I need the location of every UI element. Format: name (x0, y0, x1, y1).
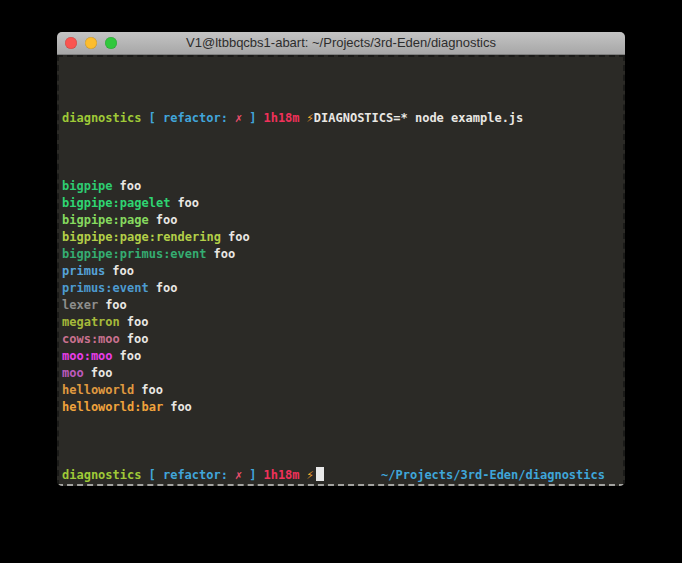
log-message: foo (127, 332, 149, 346)
window-title: V1@ltbbqcbs1-abart: ~/Projects/3rd-Eden/… (186, 32, 496, 54)
log-line: megatronfoo (62, 314, 619, 331)
cwd-path: ~/Projects/3rd-Eden/diagnostics (381, 467, 605, 484)
log-message: foo (105, 298, 127, 312)
prompt-app-name: diagnostics (62, 111, 141, 125)
log-line: lexerfoo (62, 297, 619, 314)
prompt-app-name: diagnostics (62, 468, 141, 482)
log-namespace: cows:moo (62, 332, 120, 346)
log-message: foo (120, 179, 142, 193)
current-prompt-line: diagnostics[ refactor:✗]1h18m⚡ ~/Project… (62, 467, 619, 484)
log-message: foo (177, 196, 199, 210)
log-namespace: lexer (62, 298, 98, 312)
log-namespace: primus (62, 264, 105, 278)
bolt-icon: ⚡ (307, 468, 314, 482)
prompt-vcs-close: ] (249, 468, 256, 482)
prompt-duration: 1h18m (263, 468, 299, 482)
log-namespace: moo:moo (62, 349, 113, 363)
log-line: helloworld:barfoo (62, 399, 619, 416)
log-message: foo (120, 349, 142, 363)
log-message: foo (228, 230, 250, 244)
log-message: foo (141, 383, 163, 397)
prompt-duration: 1h18m (263, 111, 299, 125)
log-message: foo (127, 315, 149, 329)
log-message: foo (91, 366, 113, 380)
log-namespace: bigpipe:page:rendering (62, 230, 221, 244)
close-button[interactable] (65, 37, 77, 49)
titlebar[interactable]: V1@ltbbqcbs1-abart: ~/Projects/3rd-Eden/… (57, 32, 625, 55)
text-cursor (316, 467, 324, 481)
log-namespace: helloworld:bar (62, 400, 163, 414)
minimize-button[interactable] (85, 37, 97, 49)
x-icon: ✗ (235, 468, 242, 482)
log-line: bigpipe:primus:eventfoo (62, 246, 619, 263)
terminal-content[interactable]: diagnostics[ refactor:✗]1h18m⚡DIAGNOSTIC… (57, 55, 625, 486)
prompt-vcs-open: [ refactor: (148, 111, 227, 125)
traffic-lights (65, 32, 117, 54)
log-message: foo (170, 400, 192, 414)
log-message: foo (156, 213, 178, 227)
zoom-button[interactable] (105, 37, 117, 49)
log-line: bigpipefoo (62, 178, 619, 195)
bolt-icon: ⚡ (307, 111, 314, 125)
log-line: primusfoo (62, 263, 619, 280)
log-namespace: megatron (62, 315, 120, 329)
log-output: bigpipefoobigpipe:pageletfoobigpipe:page… (62, 178, 619, 416)
log-namespace: bigpipe:page (62, 213, 149, 227)
prompt-line: diagnostics[ refactor:✗]1h18m⚡DIAGNOSTIC… (62, 110, 619, 127)
log-line: bigpipe:page:renderingfoo (62, 229, 619, 246)
log-namespace: bigpipe:pagelet (62, 196, 170, 210)
command-text: DIAGNOSTICS=* node example.js (314, 111, 524, 125)
log-namespace: bigpipe:primus:event (62, 247, 207, 261)
prompt-left: diagnostics[ refactor:✗]1h18m⚡ (62, 467, 324, 484)
log-line: helloworldfoo (62, 382, 619, 399)
log-line: bigpipe:pageletfoo (62, 195, 619, 212)
log-line: moo:moofoo (62, 348, 619, 365)
log-message: foo (214, 247, 236, 261)
log-line: bigpipe:pagefoo (62, 212, 619, 229)
log-line: cows:moofoo (62, 331, 619, 348)
terminal-window: V1@ltbbqcbs1-abart: ~/Projects/3rd-Eden/… (57, 32, 625, 486)
log-message: foo (156, 281, 178, 295)
prompt-vcs-open: [ refactor: (148, 468, 227, 482)
log-namespace: primus:event (62, 281, 149, 295)
prompt-vcs-close: ] (249, 111, 256, 125)
log-line: moofoo (62, 365, 619, 382)
log-message: foo (112, 264, 134, 278)
log-namespace: moo (62, 366, 84, 380)
x-icon: ✗ (235, 111, 242, 125)
log-namespace: bigpipe (62, 179, 113, 193)
log-line: primus:eventfoo (62, 280, 619, 297)
log-namespace: helloworld (62, 383, 134, 397)
